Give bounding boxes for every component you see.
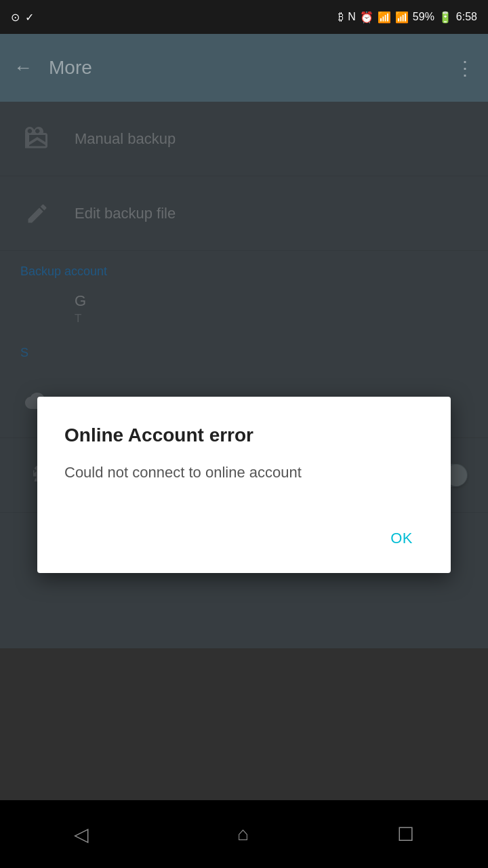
dialog-title: Online Account error <box>64 424 424 447</box>
dialog-buttons: OK <box>64 524 424 553</box>
battery-percent: 59% <box>413 11 434 23</box>
dialog-overlay: Online Account error Could not connect t… <box>0 102 488 868</box>
back-button[interactable]: ← <box>14 57 33 79</box>
overflow-menu-button[interactable]: ⋮ <box>455 57 474 79</box>
wifi-icon: 📶 <box>378 11 391 24</box>
status-bar-left: ⊙ ✓ <box>11 11 34 24</box>
battery-icon: 🔋 <box>439 11 452 24</box>
bluetooth-icon: ₿ <box>338 11 344 23</box>
content-area: Manual backup Edit backup file Backup ac… <box>0 102 488 648</box>
status-bar-right: ₿ N ⏰ 📶 📶 59% 🔋 6:58 <box>338 11 477 24</box>
nfc-icon: N <box>348 11 356 23</box>
error-dialog: Online Account error Could not connect t… <box>37 397 451 573</box>
search-protect-icon: ⊙ <box>11 11 20 24</box>
signal-icon: 📶 <box>395 11 409 24</box>
checkmark-icon: ✓ <box>25 11 34 24</box>
dialog-message: Could not connect to online account <box>64 462 424 484</box>
page-title: More <box>49 57 455 79</box>
alarm-icon: ⏰ <box>360 11 373 24</box>
time: 6:58 <box>456 11 477 23</box>
app-bar: ← More ⋮ <box>0 34 488 102</box>
status-bar: ⊙ ✓ ₿ N ⏰ 📶 📶 59% 🔋 6:58 <box>0 0 488 34</box>
dialog-ok-button[interactable]: OK <box>380 524 424 553</box>
